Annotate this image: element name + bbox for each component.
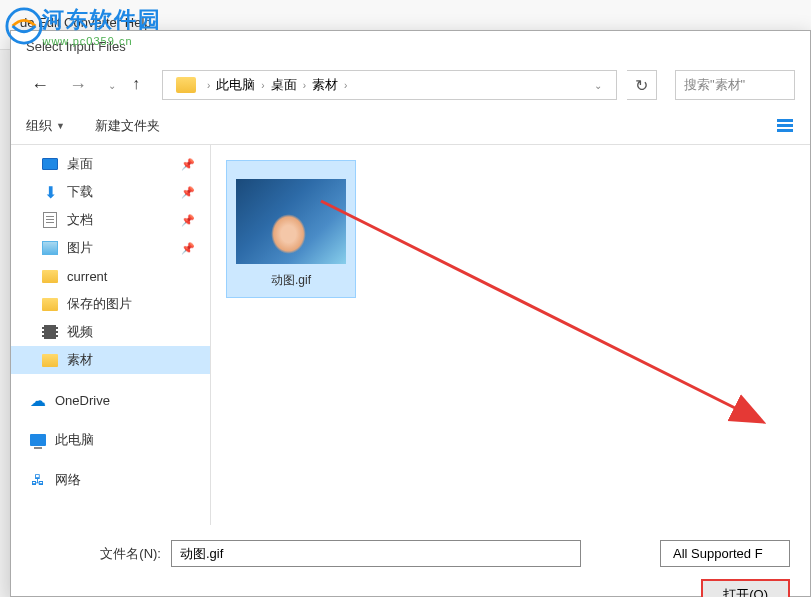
navigation-bar: ← → ⌄ ↑ › 此电脑 › 桌面 › 素材 › ⌄ ↻ 搜索"素材" <box>11 62 810 108</box>
folder-icon <box>42 270 58 283</box>
search-placeholder: 搜索"素材" <box>684 76 745 94</box>
breadcrumb-separator: › <box>344 80 347 91</box>
breadcrumb-separator: › <box>207 80 210 91</box>
chevron-down-icon: ▼ <box>56 121 65 131</box>
up-button[interactable]: ↑ <box>132 75 152 95</box>
file-name: 动图.gif <box>235 272 347 289</box>
history-dropdown[interactable]: ⌄ <box>102 80 122 91</box>
sidebar-item-network[interactable]: 🖧 网络 <box>11 466 210 494</box>
menubar-text: de Edit Converter Help <box>20 15 152 30</box>
sidebar-item-saved-pictures[interactable]: 保存的图片 <box>11 290 210 318</box>
sidebar-label: 图片 <box>67 239 93 257</box>
folder-icon <box>42 298 58 311</box>
back-button[interactable]: ← <box>26 71 54 99</box>
sidebar-label: 此电脑 <box>55 431 94 449</box>
refresh-button[interactable]: ↻ <box>627 70 657 100</box>
svg-rect-1 <box>777 119 793 122</box>
sidebar-label: current <box>67 269 107 284</box>
toolbar: 组织 ▼ 新建文件夹 <box>11 108 810 145</box>
dialog-title: Select Input Files <box>11 31 810 62</box>
new-folder-button[interactable]: 新建文件夹 <box>95 117 160 135</box>
document-icon <box>43 212 57 228</box>
onedrive-icon: ☁ <box>29 391 47 409</box>
sidebar-item-downloads[interactable]: ⬇ 下载 📌 <box>11 178 210 206</box>
file-open-dialog: Select Input Files ← → ⌄ ↑ › 此电脑 › 桌面 › … <box>10 30 811 597</box>
sidebar-label: 文档 <box>67 211 93 229</box>
sidebar-label: 下载 <box>67 183 93 201</box>
sidebar-item-thispc[interactable]: 此电脑 <box>11 426 210 454</box>
organize-menu[interactable]: 组织 ▼ <box>26 117 65 135</box>
open-button[interactable]: 打开(O) <box>701 579 790 597</box>
pin-icon: 📌 <box>181 214 195 227</box>
svg-rect-3 <box>777 129 793 132</box>
sidebar-item-videos[interactable]: 视频 <box>11 318 210 346</box>
sidebar: 桌面 📌 ⬇ 下载 📌 文档 📌 图片 📌 current <box>11 145 211 525</box>
svg-rect-2 <box>777 124 793 127</box>
sidebar-item-pictures[interactable]: 图片 📌 <box>11 234 210 262</box>
breadcrumb-bar[interactable]: › 此电脑 › 桌面 › 素材 › ⌄ <box>162 70 617 100</box>
folder-icon <box>42 354 58 367</box>
sidebar-label: OneDrive <box>55 393 110 408</box>
pin-icon: 📌 <box>181 158 195 171</box>
pc-icon <box>30 434 46 446</box>
dialog-bottom-bar: 文件名(N): All Supported F 打开(O) <box>11 525 810 597</box>
view-options-icon[interactable] <box>775 116 795 136</box>
breadcrumb-separator: › <box>303 80 306 91</box>
breadcrumb-dropdown[interactable]: ⌄ <box>588 80 608 91</box>
network-icon: 🖧 <box>29 471 47 489</box>
pin-icon: 📌 <box>181 242 195 255</box>
video-icon <box>42 325 58 339</box>
search-input[interactable]: 搜索"素材" <box>675 70 795 100</box>
sidebar-label: 素材 <box>67 351 93 369</box>
file-thumbnail <box>236 179 346 264</box>
main-area: 桌面 📌 ⬇ 下载 📌 文档 📌 图片 📌 current <box>11 145 810 525</box>
download-icon: ⬇ <box>41 183 59 201</box>
sidebar-item-desktop[interactable]: 桌面 📌 <box>11 150 210 178</box>
filename-input[interactable] <box>171 540 581 567</box>
forward-button[interactable]: → <box>64 71 92 99</box>
breadcrumb-item-0[interactable]: 此电脑 <box>216 76 255 94</box>
breadcrumb-separator: › <box>261 80 264 91</box>
sidebar-item-sucai[interactable]: 素材 <box>11 346 210 374</box>
sidebar-item-current[interactable]: current <box>11 262 210 290</box>
pictures-icon <box>42 241 58 255</box>
file-list-area[interactable]: 动图.gif <box>211 145 810 525</box>
desktop-icon <box>42 158 58 170</box>
sidebar-label: 保存的图片 <box>67 295 132 313</box>
filename-label: 文件名(N): <box>31 545 161 563</box>
filetype-select[interactable]: All Supported F <box>660 540 790 567</box>
sidebar-label: 视频 <box>67 323 93 341</box>
sidebar-label: 网络 <box>55 471 81 489</box>
pin-icon: 📌 <box>181 186 195 199</box>
file-item[interactable]: 动图.gif <box>226 160 356 298</box>
breadcrumb-item-2[interactable]: 素材 <box>312 76 338 94</box>
folder-icon <box>176 77 196 93</box>
sidebar-item-onedrive[interactable]: ☁ OneDrive <box>11 386 210 414</box>
sidebar-item-documents[interactable]: 文档 📌 <box>11 206 210 234</box>
breadcrumb-item-1[interactable]: 桌面 <box>271 76 297 94</box>
sidebar-label: 桌面 <box>67 155 93 173</box>
